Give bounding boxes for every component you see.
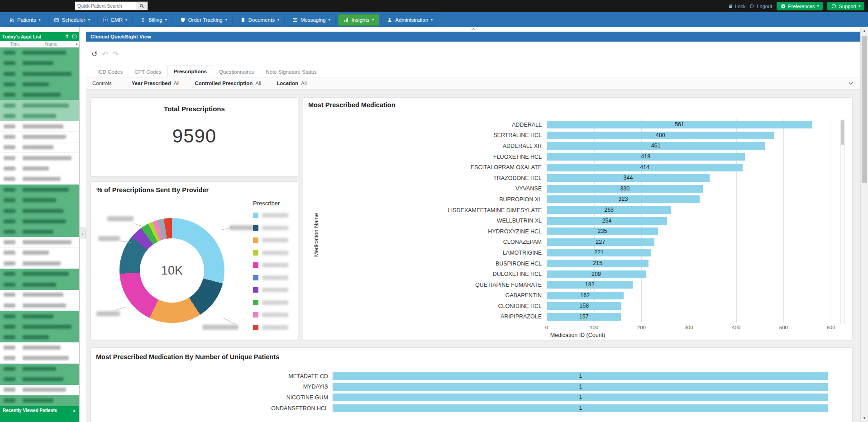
bar[interactable]: 1 (333, 404, 828, 412)
appt-row[interactable] (0, 374, 79, 384)
appt-row[interactable] (0, 342, 79, 353)
appt-row[interactable] (0, 79, 79, 90)
support-button[interactable]: Support▾ (827, 2, 864, 10)
bar[interactable]: 254 (547, 217, 667, 225)
appt-row[interactable] (0, 322, 79, 332)
appt-row[interactable] (0, 385, 79, 395)
tab-cpt-codes[interactable]: CPT Codes (129, 66, 167, 77)
legend-item[interactable] (253, 287, 288, 293)
appt-row[interactable] (0, 195, 79, 205)
nav-item-documents[interactable]: Documents▾ (235, 14, 285, 26)
appt-row[interactable] (0, 153, 79, 163)
undo-icon[interactable]: ↶ (102, 51, 108, 58)
nav-item-order-tracking[interactable]: Order Tracking▾ (175, 14, 233, 26)
appt-row[interactable] (0, 111, 79, 121)
appt-row[interactable] (0, 90, 79, 100)
logout-button[interactable]: Logout (750, 4, 772, 9)
tab-note-signature-status[interactable]: Note Signature Status (260, 66, 323, 77)
scroll-up-arrow[interactable]: ▲ (861, 29, 868, 33)
legend-item[interactable] (253, 312, 288, 318)
appt-row[interactable] (0, 174, 79, 185)
appt-row[interactable] (0, 237, 79, 247)
appt-row[interactable] (0, 353, 79, 364)
appt-row[interactable] (0, 269, 79, 279)
recently-viewed-bar[interactable]: Recently Viewed Patients ▲ (0, 406, 79, 422)
bar[interactable]: 1 (333, 372, 828, 380)
appt-row[interactable] (0, 132, 79, 142)
page-scrollbar-thumb[interactable] (862, 36, 867, 183)
lock-button[interactable]: Lock (728, 4, 745, 9)
bar[interactable]: 157 (547, 313, 621, 321)
reset-icon[interactable]: ↺ (91, 51, 97, 58)
bar[interactable]: 461 (547, 142, 765, 150)
bar[interactable]: 1 (333, 394, 828, 401)
legend-item[interactable] (253, 262, 288, 268)
nav-item-emr[interactable]: EMR▾ (97, 14, 133, 26)
nav-item-insights[interactable]: Insights▾ (338, 14, 380, 26)
appt-row[interactable] (0, 280, 79, 290)
appt-row[interactable] (0, 395, 79, 406)
tab-questionnaires[interactable]: Questionnaires (213, 66, 260, 77)
bar[interactable]: 215 (547, 260, 649, 267)
search-button[interactable] (136, 1, 148, 10)
scroll-up-arrow[interactable]: ▲ (75, 42, 78, 45)
redo-icon[interactable]: ↷ (113, 51, 119, 58)
bar[interactable]: 1 (333, 383, 828, 391)
nav-item-patients[interactable]: Patients▾ (4, 14, 46, 26)
scroll-down-arrow[interactable]: ▼ (861, 416, 868, 420)
bar[interactable]: 418 (547, 153, 745, 161)
nav-item-messaging[interactable]: Messaging▾ (287, 14, 336, 26)
bar[interactable]: 414 (547, 164, 743, 171)
scroll-down-arrow[interactable]: ▼ (75, 402, 78, 405)
appt-row[interactable] (0, 163, 79, 174)
appt-row[interactable] (0, 185, 79, 195)
legend-item[interactable] (253, 225, 288, 231)
filter-icon[interactable] (65, 34, 70, 39)
appt-row[interactable] (0, 300, 79, 311)
legend-item[interactable] (253, 275, 288, 280)
appt-row[interactable] (0, 47, 79, 58)
appt-row[interactable] (0, 142, 79, 153)
bar[interactable]: 330 (547, 185, 703, 193)
nav-item-scheduler[interactable]: Scheduler▾ (48, 14, 95, 26)
legend-item[interactable] (253, 213, 288, 218)
chart-scrollbar[interactable] (840, 119, 845, 324)
bar[interactable]: 182 (547, 281, 633, 289)
bar[interactable]: 162 (547, 292, 624, 299)
appt-row[interactable] (0, 121, 79, 132)
nav-item-billing[interactable]: Billing▾ (135, 14, 172, 26)
appt-row[interactable] (0, 248, 79, 258)
appt-row[interactable] (0, 58, 79, 68)
appt-row[interactable] (0, 227, 79, 237)
bar[interactable]: 235 (547, 228, 658, 235)
appt-row[interactable] (0, 311, 79, 321)
chart-scrollbar-thumb[interactable] (841, 120, 844, 145)
controls-expand-icon[interactable] (848, 80, 854, 86)
nav-item-administration[interactable]: Administration▾ (382, 14, 438, 26)
appt-row[interactable] (0, 100, 79, 110)
tab-prescriptions[interactable]: Prescriptions (167, 66, 213, 77)
legend-item[interactable] (253, 250, 288, 256)
preferences-button[interactable]: Preferences▾ (777, 2, 823, 10)
bar[interactable]: 480 (547, 132, 774, 139)
bar[interactable]: 263 (547, 206, 671, 214)
calendar-icon[interactable] (72, 34, 77, 39)
bar[interactable]: 158 (547, 302, 621, 310)
filter-location[interactable]: LocationAll (277, 81, 307, 86)
appt-row[interactable] (0, 332, 79, 342)
appt-row[interactable] (0, 258, 79, 269)
sidebar-collapse-handle[interactable]: ‹ (80, 228, 86, 239)
bar[interactable]: 227 (547, 238, 654, 246)
legend-item[interactable] (253, 325, 288, 330)
panel-collapse-arrow[interactable] (468, 27, 478, 31)
filter-year-prescribed[interactable]: Year PrescribedAll (132, 81, 180, 86)
legend-item[interactable] (253, 237, 288, 243)
appt-row[interactable] (0, 364, 79, 374)
appt-row[interactable] (0, 69, 79, 79)
page-scrollbar[interactable]: ▲ ▼ (860, 27, 868, 422)
appt-row[interactable] (0, 290, 79, 300)
tab-icd-codes[interactable]: ICD Codes (91, 66, 129, 77)
legend-item[interactable] (253, 300, 288, 305)
appt-row[interactable] (0, 205, 79, 216)
bar[interactable]: 221 (547, 249, 651, 256)
